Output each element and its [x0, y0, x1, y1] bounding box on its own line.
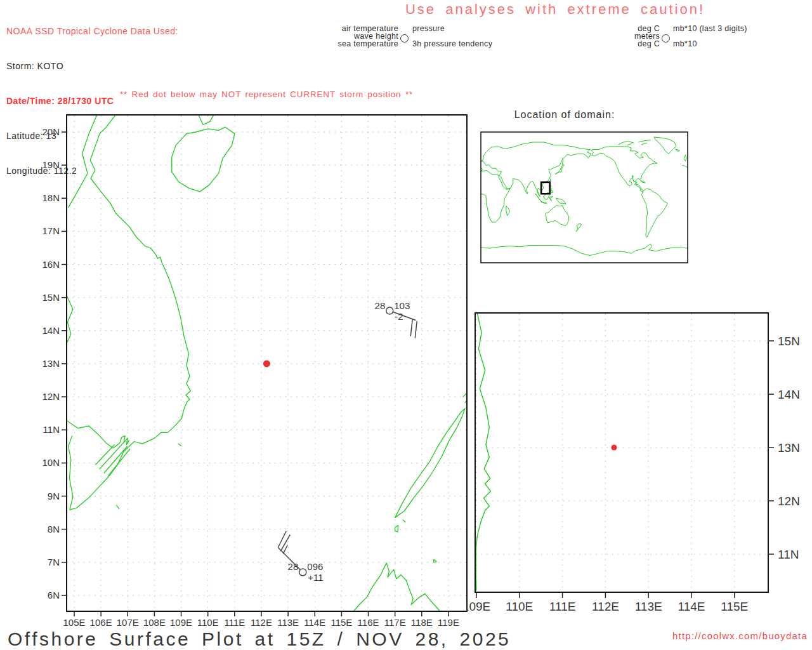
lon-tick-label: 113E: [635, 600, 662, 613]
lon-tick-label: 112E: [251, 617, 272, 628]
lon-tick-label: 116E: [358, 617, 379, 628]
lat-tick-label: 12N: [42, 391, 60, 402]
lon-tick-label: 119E: [438, 617, 459, 628]
storm-dot: [263, 360, 270, 367]
storm-dot: [611, 445, 617, 451]
legend-tendency: 3h pressure tendency: [412, 39, 492, 48]
axis-labels: 105E106E107E108E109E110E111E112E113E114E…: [42, 126, 459, 628]
source-url-link[interactable]: http://coolwx.com/buoydata: [631, 630, 808, 641]
station-pressure: 096: [307, 561, 323, 572]
page-title: Offshore Surface Plot at 15Z / NOV 28, 2…: [8, 628, 629, 650]
lat-tick-label: 6N: [48, 590, 60, 600]
grid: [476, 314, 768, 592]
map-frame: [481, 132, 688, 263]
lat-tick-label: 13N: [42, 358, 60, 369]
lon-tick-label: 110E: [197, 617, 219, 628]
lon-tick-label: 115E: [721, 600, 748, 613]
lat-tick-label: 14N: [42, 325, 60, 336]
lon-tick-label: 115E: [331, 617, 352, 628]
lon-tick-label: 106E: [90, 617, 112, 628]
legend-unit-tendency: mb*10: [673, 39, 697, 48]
lon-tick-label: 118E: [411, 617, 433, 628]
lon-tick-label: 110E: [506, 600, 533, 613]
lat-tick-label: 19N: [42, 159, 60, 170]
lat-tick-label: 11N: [778, 548, 799, 561]
lat-tick-label: 17N: [42, 225, 60, 236]
station-circle-icon: [400, 34, 409, 43]
station-circle-icon: [299, 569, 306, 576]
coastlines: [476, 313, 490, 590]
station-plot: 28096+11: [278, 531, 323, 583]
zoom-map: 109E110E111E112E113E114E115E15N14N13N12N…: [466, 303, 812, 621]
lat-tick-label: 9N: [48, 491, 60, 501]
legend-pressure: pressure: [412, 24, 445, 33]
lat-tick-label: 14N: [778, 388, 800, 401]
lon-tick-label: 111E: [549, 600, 576, 613]
lon-tick-label: 117E: [384, 617, 406, 628]
map-frame: [475, 313, 768, 592]
station-plot: 28103-2: [375, 300, 417, 338]
lat-tick-label: 16N: [42, 259, 60, 270]
storm-info-source: NOAA SSD Tropical Cyclone Data Used:: [6, 25, 178, 37]
legend-unit-sea: deg C: [571, 39, 660, 48]
world-inset-map: [479, 108, 691, 267]
lat-tick-label: 12N: [778, 494, 800, 508]
page: NOAA SSD Tropical Cyclone Data Used: Sto…: [0, 0, 812, 650]
lon-tick-label: 114E: [304, 617, 325, 628]
lat-tick-label: 18N: [42, 192, 60, 203]
lon-tick-label: 114E: [678, 600, 705, 613]
lat-tick-label: 8N: [48, 524, 60, 534]
lon-tick-label: 109E: [466, 600, 490, 613]
station-circle-icon: [662, 34, 670, 43]
lat-tick-label: 10N: [42, 457, 60, 468]
lon-tick-label: 107E: [117, 617, 139, 628]
lon-tick-label: 113E: [277, 617, 299, 628]
legend-unit-pressure: mb*10 (last 3 digits): [673, 24, 747, 33]
main-map: 105E106E107E108E109E110E111E112E113E114E…: [38, 108, 476, 635]
station-circle-icon: [386, 307, 393, 314]
station-air-temp: 28: [288, 561, 299, 572]
lat-tick-label: 13N: [778, 441, 800, 454]
station-tendency: +11: [308, 572, 323, 583]
lat-tick-label: 15N: [778, 335, 800, 348]
storm-position-warning: ** Red dot below may NOT represent CURRE…: [67, 90, 466, 99]
storm-info-name: Storm: KOTO: [6, 60, 178, 72]
lon-tick-label: 105E: [63, 617, 85, 628]
lat-tick-label: 15N: [42, 292, 60, 303]
lat-tick-label: 20N: [42, 126, 60, 137]
caution-headline: Use analyses with extreme caution!: [377, 1, 733, 18]
lon-tick-label: 112E: [592, 600, 619, 613]
legend-sea-temperature: sea temperature: [266, 39, 398, 48]
station-tendency: -2: [395, 311, 403, 322]
lon-tick-label: 108E: [143, 617, 166, 628]
coastlines: [481, 137, 688, 256]
axis-labels: 109E110E111E112E113E114E115E15N14N13N12N…: [466, 335, 800, 613]
station-pressure: 103: [394, 300, 410, 311]
station-air-temp: 28: [375, 300, 386, 311]
lat-tick-label: 7N: [48, 557, 60, 567]
lat-tick-label: 11N: [43, 424, 60, 435]
lon-tick-label: 109E: [170, 617, 192, 628]
lon-tick-label: 111E: [224, 617, 245, 628]
